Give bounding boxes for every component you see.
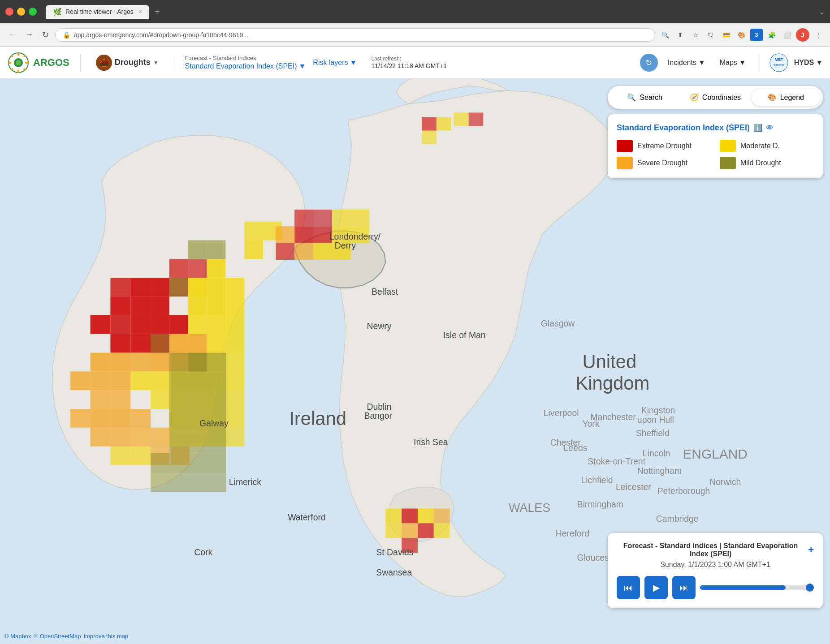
puzzle-icon[interactable]: 🧩 xyxy=(765,29,778,41)
legend-color-mild xyxy=(720,157,736,169)
menu-icon[interactable]: ⋮ xyxy=(812,29,825,41)
svg-text:Isle of Man: Isle of Man xyxy=(443,330,486,340)
wallet-icon[interactable]: 💳 xyxy=(720,29,732,41)
svg-rect-62 xyxy=(225,315,244,334)
risk-layers-dropdown[interactable]: Risk layers ▼ xyxy=(313,59,357,67)
svg-rect-105 xyxy=(294,226,313,243)
playback-next-button[interactable]: ⏭ xyxy=(672,576,696,599)
svg-rect-64 xyxy=(188,315,207,334)
playback-play-button[interactable]: ▶ xyxy=(644,576,668,599)
svg-rect-59 xyxy=(188,296,207,315)
last-refresh: Last refresh: 11/14/22 11:18 AM GMT+1 xyxy=(371,56,447,69)
shield-icon[interactable]: 🛡 xyxy=(705,29,717,41)
playback-slider-fill xyxy=(700,585,786,590)
svg-rect-48 xyxy=(70,409,91,428)
svg-rect-109 xyxy=(276,243,294,260)
svg-rect-102 xyxy=(151,453,226,473)
map-copyright: © Mapbox © OpenStreetMap Improve this ma… xyxy=(4,633,128,640)
maps-dropdown[interactable]: Maps ▼ xyxy=(715,56,751,69)
bookmark-icon[interactable]: ☆ xyxy=(689,29,702,41)
svg-rect-17 xyxy=(130,296,151,315)
svg-text:Liverpool: Liverpool xyxy=(544,408,579,418)
argos-logo-icon xyxy=(7,52,30,74)
mapbox-link[interactable]: © Mapbox xyxy=(4,633,31,640)
sidebar-icon[interactable]: ⬜ xyxy=(781,29,793,41)
svg-text:Nottingham: Nottingham xyxy=(637,466,682,476)
new-tab-button[interactable]: + xyxy=(151,5,164,19)
right-panel: 🔍 Search 🧭 Coordinates 🎨 Legend xyxy=(608,86,823,178)
svg-text:Limerick: Limerick xyxy=(229,477,262,487)
svg-rect-50 xyxy=(110,428,130,447)
share-icon[interactable]: ⬆ xyxy=(674,29,687,41)
address-bar[interactable]: 🔒 app.argos-emergency.com/#dropdown-grou… xyxy=(55,28,655,42)
minimize-button[interactable] xyxy=(17,8,25,16)
info-icon[interactable]: ℹ️ xyxy=(753,124,762,132)
svg-rect-18 xyxy=(151,296,169,315)
osm-link[interactable]: © OpenStreetMap xyxy=(34,633,81,640)
legend-title: Standard Evaporation Index (SPEI) ℹ️ 👁 xyxy=(617,123,814,133)
maps-arrow-icon: ▼ xyxy=(739,59,746,67)
svg-rect-127 xyxy=(422,117,437,131)
forecast-panel-expand-button[interactable]: + xyxy=(808,544,814,556)
svg-rect-33 xyxy=(188,334,207,353)
tab-search[interactable]: 🔍 Search xyxy=(610,89,679,106)
svg-point-11 xyxy=(770,54,788,72)
profile-icon[interactable]: J xyxy=(796,28,809,42)
tab-close-button[interactable]: × xyxy=(139,9,142,15)
color-icon[interactable]: 🎨 xyxy=(735,29,748,41)
svg-rect-6 xyxy=(23,54,26,57)
playback-prev-button[interactable]: ⏮ xyxy=(617,576,640,599)
incidents-label: Incidents xyxy=(668,59,696,67)
active-tab[interactable]: 🌿 Real time viewer - Argos × xyxy=(46,5,149,19)
svg-text:Birmingham: Birmingham xyxy=(577,499,623,509)
improve-map-link[interactable]: Improve this map xyxy=(83,633,128,640)
legend-label-extreme: Extreme Drought xyxy=(637,142,692,150)
maximize-button[interactable] xyxy=(29,8,37,16)
spei-dropdown[interactable]: Standard Evaporation Index (SPEI) ▼ xyxy=(185,62,306,70)
svg-rect-98 xyxy=(169,373,226,393)
argos-logo[interactable]: ARGOS xyxy=(7,52,69,74)
playback-slider[interactable] xyxy=(700,585,814,590)
svg-rect-94 xyxy=(188,240,207,259)
svg-text:Norwich: Norwich xyxy=(709,477,741,487)
svg-text:Newry: Newry xyxy=(367,321,391,331)
svg-rect-117 xyxy=(294,243,313,260)
svg-rect-103 xyxy=(151,473,226,492)
svg-rect-90 xyxy=(244,240,263,259)
svg-rect-51 xyxy=(130,428,151,447)
met-logo[interactable]: MET éireann xyxy=(769,53,789,73)
forward-button[interactable]: → xyxy=(22,28,36,41)
met-logo-icon: MET éireann xyxy=(769,53,789,73)
svg-text:Ireland: Ireland xyxy=(289,408,346,429)
svg-text:Lincoln: Lincoln xyxy=(643,448,670,458)
svg-rect-58 xyxy=(207,296,226,315)
svg-rect-4 xyxy=(25,62,29,64)
map-container[interactable]: Ireland United Kingdom ENGLAND WALES Lon… xyxy=(0,79,830,644)
droughts-dropdown[interactable]: 🌰 Droughts ▼ xyxy=(91,52,163,73)
legend-item-mild: Mild Drought xyxy=(720,157,814,169)
svg-rect-119 xyxy=(418,509,434,524)
close-button[interactable] xyxy=(5,8,13,16)
tab-coordinates[interactable]: 🧭 Coordinates xyxy=(681,89,749,106)
hide-icon[interactable]: 👁 xyxy=(766,124,773,132)
svg-rect-8 xyxy=(23,68,26,71)
back-button[interactable]: ← xyxy=(5,28,19,41)
svg-rect-126 xyxy=(434,509,450,524)
legend-label-moderate: Moderate D. xyxy=(740,142,780,150)
legend-title-text: Standard Evaporation Index (SPEI) xyxy=(617,123,750,133)
incidents-dropdown[interactable]: Incidents ▼ xyxy=(663,56,710,69)
refresh-button[interactable]: ↻ xyxy=(640,54,658,72)
legend-label-severe: Severe Drought xyxy=(637,159,687,167)
reload-button[interactable]: ↻ xyxy=(39,28,52,42)
search-icon[interactable]: 🔍 xyxy=(659,29,671,41)
play-icon: ▶ xyxy=(653,582,660,593)
svg-rect-7 xyxy=(10,68,13,71)
svg-rect-74 xyxy=(130,371,151,390)
hyds-dropdown[interactable]: HYDS ▼ xyxy=(794,59,823,67)
tab-legend[interactable]: 🎨 Legend xyxy=(752,89,820,106)
extension-icon-blue[interactable]: 3 xyxy=(750,29,763,41)
svg-rect-65 xyxy=(225,334,244,353)
svg-rect-5 xyxy=(10,54,13,57)
svg-text:St Davids: St Davids xyxy=(376,547,413,557)
playback-slider-thumb[interactable] xyxy=(806,584,814,592)
